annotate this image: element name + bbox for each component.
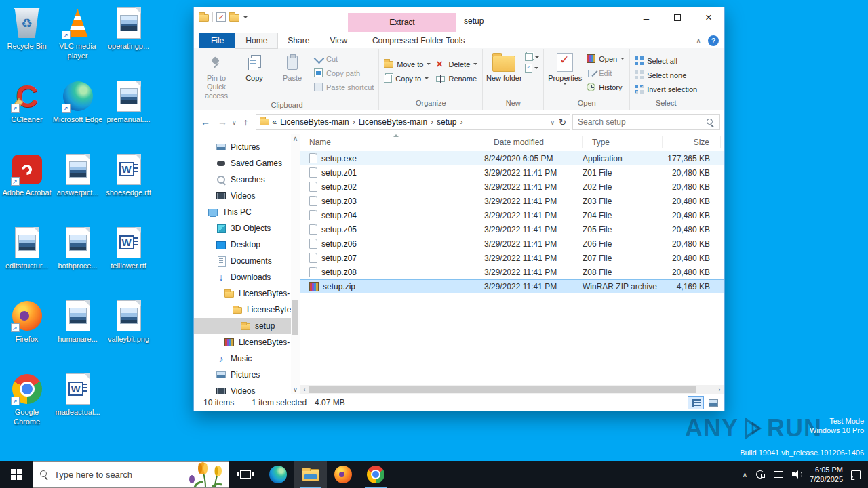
- nav-item-videos[interactable]: Videos: [194, 188, 300, 204]
- copy-path-button[interactable]: Copy path: [311, 66, 376, 80]
- cut-button[interactable]: Cut: [311, 52, 376, 66]
- taskbar-chrome[interactable]: [359, 461, 392, 488]
- contextual-tab-group-header[interactable]: Extract: [348, 13, 456, 32]
- horizontal-scrollbar[interactable]: [300, 385, 724, 394]
- close-button[interactable]: [693, 7, 724, 28]
- file-row-setup-zip[interactable]: setup.zip3/29/2022 11:41 PMWinRAR ZIP ar…: [300, 279, 724, 293]
- nav-item-music[interactable]: Music: [194, 350, 300, 367]
- invert-selection-button[interactable]: Invert selection: [632, 82, 700, 96]
- refresh-icon[interactable]: [559, 117, 566, 127]
- taskbar-firefox[interactable]: [327, 461, 359, 488]
- desktop-icon-humanare[interactable]: humanare...: [52, 297, 103, 370]
- nav-item-searches[interactable]: Searches: [194, 171, 300, 188]
- nav-item-licensebytes[interactable]: LicenseBytes-: [194, 285, 300, 302]
- scroll-down-icon[interactable]: ∨: [293, 385, 298, 394]
- nav-item-desktop[interactable]: Desktop: [194, 237, 300, 253]
- details-view-button[interactable]: [688, 396, 704, 409]
- select-all-button[interactable]: Select all: [632, 54, 700, 68]
- breadcrumb-segment[interactable]: LicenseBytes-main: [359, 117, 427, 127]
- qat-properties-icon[interactable]: ✓: [216, 12, 226, 22]
- file-row-setup-z06[interactable]: setup.z063/29/2022 11:41 PMZ06 File20,48…: [300, 237, 724, 251]
- breadcrumb-segment[interactable]: LicenseBytes-main: [280, 117, 349, 127]
- qat-new-folder-icon[interactable]: [229, 14, 239, 22]
- nav-item-setup[interactable]: setup: [194, 318, 300, 334]
- collapse-ribbon-icon[interactable]: [696, 36, 701, 45]
- copy-to-button[interactable]: Copy to: [381, 71, 433, 85]
- desktop-icon-recycle-bin[interactable]: ♻Recycle Bin: [1, 4, 52, 77]
- paste-shortcut-button[interactable]: Paste shortcut: [311, 80, 376, 94]
- nav-item-documents[interactable]: Documents: [194, 253, 300, 269]
- pin-to-quick-access-button[interactable]: Pin to Quick access: [197, 49, 235, 100]
- recent-locations-chevron-icon[interactable]: [232, 117, 237, 127]
- column-header-type[interactable]: Type: [583, 136, 663, 148]
- breadcrumb-segment[interactable]: setup: [437, 117, 456, 127]
- rename-button[interactable]: Rename: [433, 71, 480, 85]
- start-button[interactable]: [0, 461, 33, 488]
- file-row-setup-z02[interactable]: setup.z023/29/2022 11:41 PMZ02 File20,48…: [300, 180, 724, 194]
- file-row-setup-z08[interactable]: setup.z083/29/2022 11:41 PMZ08 File20,48…: [300, 265, 724, 279]
- desktop-icon-adobe-acrobat[interactable]: ↗Adobe Acrobat: [1, 150, 52, 224]
- column-header-date-modified[interactable]: Date modified: [484, 136, 583, 148]
- delete-button[interactable]: Delete: [433, 57, 480, 71]
- open-button[interactable]: Open: [584, 52, 627, 66]
- up-button[interactable]: [239, 117, 254, 127]
- desktop-icon-telllower-rtf[interactable]: telllower.rtf: [103, 224, 154, 297]
- back-button[interactable]: [198, 117, 213, 127]
- file-row-setup-z03[interactable]: setup.z033/29/2022 11:41 PMZ03 File20,48…: [300, 194, 724, 208]
- file-row-setup-exe[interactable]: setup.exe8/24/2020 6:05 PMApplication177…: [300, 151, 724, 165]
- desktop-icon-bothproce[interactable]: bothproce...: [52, 224, 103, 297]
- nav-scrollbar[interactable]: ∨: [291, 134, 300, 394]
- forward-button[interactable]: [215, 117, 230, 127]
- action-center-icon[interactable]: [850, 469, 861, 480]
- taskbar-file-explorer[interactable]: [294, 461, 327, 488]
- column-header-name[interactable]: Name: [300, 136, 484, 148]
- breadcrumb[interactable]: « LicenseBytes-mainLicenseBytes-mainsetu…: [256, 114, 570, 130]
- thumbnail-view-button[interactable]: [705, 396, 722, 409]
- select-none-button[interactable]: Select none: [632, 68, 700, 82]
- network-icon[interactable]: [773, 469, 784, 480]
- desktop-icon-premanual[interactable]: premanual....: [103, 77, 154, 150]
- desktop-icon-editstructur[interactable]: editstructur...: [1, 224, 52, 297]
- hidden-icons-chevron-icon[interactable]: ∧: [743, 471, 747, 479]
- desktop-icon-answerpict[interactable]: answerpict...: [52, 150, 103, 224]
- scrollbar-thumb[interactable]: [292, 300, 298, 336]
- new-folder-button[interactable]: New folder: [485, 49, 523, 83]
- edit-button[interactable]: Edit: [584, 66, 627, 80]
- easy-access-button[interactable]: [523, 62, 541, 73]
- desktop-icon-madeactual[interactable]: madeactual...: [52, 370, 103, 443]
- maximize-button[interactable]: [662, 7, 693, 28]
- taskbar-search-input[interactable]: Type here to search: [33, 461, 229, 488]
- task-view-button[interactable]: [229, 461, 262, 488]
- paste-button[interactable]: Paste: [273, 49, 311, 83]
- nav-item-saved-games[interactable]: Saved Games: [194, 155, 300, 171]
- search-input[interactable]: Search setup: [572, 114, 720, 130]
- copy-button[interactable]: Copy: [235, 49, 273, 83]
- history-button[interactable]: History: [584, 80, 627, 94]
- file-row-setup-z07[interactable]: setup.z073/29/2022 11:41 PMZ07 File20,48…: [300, 251, 724, 265]
- desktop-icon-valleybit-png[interactable]: valleybit.png: [103, 297, 154, 370]
- file-row-setup-z01[interactable]: setup.z013/29/2022 11:41 PMZ01 File20,48…: [300, 165, 724, 180]
- desktop-icon-ccleaner[interactable]: C↗CCleaner: [1, 77, 52, 150]
- desktop-icon-firefox[interactable]: ↗Firefox: [1, 297, 52, 370]
- clock[interactable]: 6:05 PM 7/28/2025: [810, 465, 843, 484]
- move-to-button[interactable]: Move to: [381, 57, 433, 71]
- tab-home[interactable]: Home: [235, 33, 277, 48]
- address-dropdown-chevron-icon[interactable]: [551, 117, 555, 127]
- tab-share[interactable]: Share: [277, 33, 319, 48]
- file-row-setup-z05[interactable]: setup.z053/29/2022 11:41 PMZ05 File20,48…: [300, 222, 724, 237]
- nav-item-pictures[interactable]: Pictures: [194, 367, 300, 383]
- scroll-right-icon[interactable]: [715, 386, 724, 393]
- qat-customize-chevron-icon[interactable]: [243, 16, 248, 18]
- desktop-icon-shoesedge-rtf[interactable]: shoesedge.rtf: [103, 150, 154, 224]
- properties-button[interactable]: Properties: [546, 49, 584, 85]
- help-icon[interactable]: ?: [708, 35, 719, 46]
- scroll-up-icon[interactable]: [292, 134, 298, 143]
- tray-app-icon[interactable]: [755, 469, 766, 480]
- nav-item-downloads[interactable]: Downloads: [194, 269, 300, 285]
- volume-icon[interactable]: [791, 469, 802, 480]
- scroll-left-icon[interactable]: [300, 386, 309, 393]
- tab-file[interactable]: File: [199, 33, 235, 48]
- desktop-icon-microsoft-edge[interactable]: ↗Microsoft Edge: [52, 77, 103, 150]
- desktop-icon-operatingp[interactable]: operatingp...: [103, 4, 154, 77]
- nav-item-videos[interactable]: Videos: [194, 383, 300, 394]
